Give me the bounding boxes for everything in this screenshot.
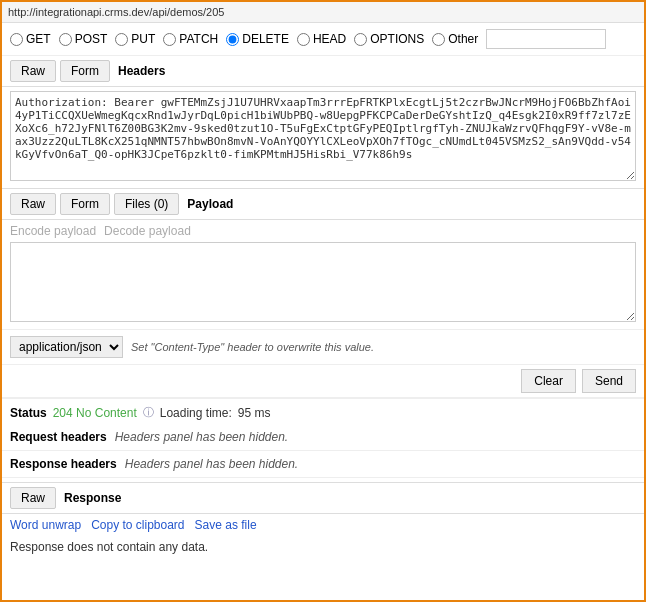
request-headers-label: Request headers — [10, 430, 107, 444]
response-actions: Word unwrap Copy to clipboard Save as fi… — [2, 514, 644, 536]
payload-textarea[interactable] — [10, 242, 636, 322]
decode-payload-link[interactable]: Decode payload — [104, 224, 191, 238]
method-row: GET POST PUT PATCH DELETE HEAD OPTIONS O… — [2, 23, 644, 56]
response-section: Status 204 No Content ⓘ Loading time: 95… — [2, 397, 644, 558]
response-tab-raw[interactable]: Raw — [10, 487, 56, 509]
other-method-input[interactable] — [486, 29, 606, 49]
loading-label: Loading time: — [160, 406, 232, 420]
word-unwrap-link[interactable]: Word unwrap — [10, 518, 81, 532]
status-label: Status — [10, 406, 47, 420]
response-label[interactable]: Response — [64, 491, 121, 505]
method-patch[interactable]: PATCH — [163, 32, 218, 46]
url-text: http://integrationapi.crms.dev/api/demos… — [8, 6, 224, 18]
method-post[interactable]: POST — [59, 32, 108, 46]
clear-button[interactable]: Clear — [521, 369, 576, 393]
headers-textarea[interactable]: Authorization: Bearer gwFTEMmZsjJ1U7UHRV… — [10, 91, 636, 181]
send-button[interactable]: Send — [582, 369, 636, 393]
method-other[interactable]: Other — [432, 32, 478, 46]
tab-raw[interactable]: Raw — [10, 60, 56, 82]
request-tabs: Raw Form Headers — [2, 56, 644, 87]
loading-time-value: 95 ms — [238, 406, 271, 420]
status-row: Status 204 No Content ⓘ Loading time: 95… — [2, 399, 644, 426]
payload-tab-files[interactable]: Files (0) — [114, 193, 179, 215]
response-headers-row: Response headers Headers panel has been … — [2, 453, 644, 475]
method-options[interactable]: OPTIONS — [354, 32, 424, 46]
request-headers-val: Headers panel has been hidden. — [115, 430, 288, 444]
response-headers-val: Headers panel has been hidden. — [125, 457, 298, 471]
content-type-note: Set "Content-Type" header to overwrite t… — [131, 341, 374, 353]
content-type-select[interactable]: application/json — [10, 336, 123, 358]
payload-label[interactable]: Payload — [187, 197, 233, 211]
tab-headers-active[interactable]: Headers — [118, 64, 165, 78]
method-delete[interactable]: DELETE — [226, 32, 289, 46]
method-head[interactable]: HEAD — [297, 32, 346, 46]
tab-form[interactable]: Form — [60, 60, 110, 82]
request-headers-row: Request headers Headers panel has been h… — [2, 426, 644, 448]
response-headers-label: Response headers — [10, 457, 117, 471]
response-tabs: Raw Response — [2, 482, 644, 514]
method-get[interactable]: GET — [10, 32, 51, 46]
save-as-file-link[interactable]: Save as file — [195, 518, 257, 532]
content-type-row: application/json Set "Content-Type" head… — [2, 329, 644, 364]
encode-decode-row: Encode payload Decode payload — [2, 220, 644, 242]
payload-tab-raw[interactable]: Raw — [10, 193, 56, 215]
info-icon: ⓘ — [143, 405, 154, 420]
url-bar: http://integrationapi.crms.dev/api/demos… — [2, 2, 644, 23]
action-row: Clear Send — [2, 364, 644, 397]
payload-tab-form[interactable]: Form — [60, 193, 110, 215]
payload-tabs: Raw Form Files (0) Payload — [2, 189, 644, 220]
response-body: Response does not contain any data. — [2, 536, 644, 558]
headers-area: Authorization: Bearer gwFTEMmZsjJ1U7UHRV… — [2, 87, 644, 189]
method-put[interactable]: PUT — [115, 32, 155, 46]
status-code: 204 No Content — [53, 406, 137, 420]
encode-payload-link[interactable]: Encode payload — [10, 224, 96, 238]
copy-to-clipboard-link[interactable]: Copy to clipboard — [91, 518, 184, 532]
